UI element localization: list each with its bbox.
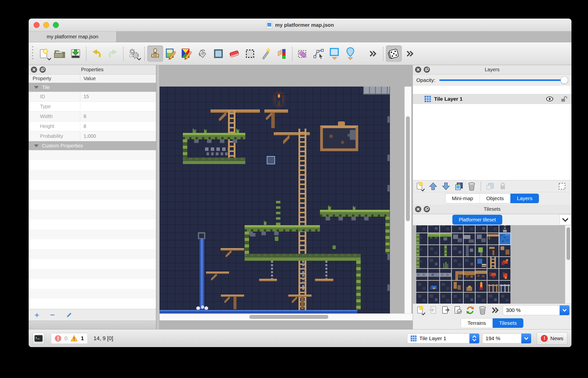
tileset-tile-chain-t[interactable] bbox=[499, 225, 510, 233]
tileset-tile-db2[interactable] bbox=[487, 293, 499, 304]
edit-polygons-tool[interactable] bbox=[311, 46, 327, 62]
edit-tileset-button[interactable] bbox=[452, 305, 464, 316]
tileset-tab-terrains[interactable]: Terrains bbox=[461, 318, 493, 328]
stamp-brush-tool[interactable] bbox=[147, 46, 163, 62]
property-row-type[interactable]: Type bbox=[29, 102, 156, 112]
tileset-tile-dirt[interactable] bbox=[464, 269, 475, 280]
minimize-window-button[interactable] bbox=[43, 22, 49, 28]
map-vertical-scrollbar[interactable] bbox=[404, 87, 411, 313]
undo-button[interactable] bbox=[89, 46, 105, 62]
tileset-tile-dirt2[interactable] bbox=[452, 281, 463, 292]
tileset-tile-db2[interactable] bbox=[464, 257, 475, 268]
map-horizontal-scrollbar[interactable] bbox=[160, 313, 413, 320]
properties-float-icon[interactable] bbox=[39, 66, 46, 73]
highlight-current-layer-button[interactable] bbox=[556, 181, 568, 192]
delete-layer-button[interactable] bbox=[466, 181, 478, 192]
tileset-scrollbar[interactable] bbox=[565, 225, 571, 304]
property-row-probability[interactable]: Probability1,000 bbox=[29, 131, 156, 141]
delete-tileset-button[interactable] bbox=[477, 305, 488, 316]
toolbar-overflow-button[interactable] bbox=[365, 46, 380, 62]
tileset-tile-db[interactable] bbox=[476, 293, 487, 304]
tileset-tile-db[interactable] bbox=[416, 281, 427, 292]
tilesets-close-icon[interactable] bbox=[415, 206, 421, 213]
opacity-slider-knob[interactable] bbox=[561, 76, 568, 84]
add-property-button[interactable]: + bbox=[35, 311, 39, 319]
layer-row-tile-layer-1[interactable]: Tile Layer 1 bbox=[413, 94, 571, 104]
property-row-height[interactable]: Height8 bbox=[29, 121, 156, 131]
tileset-tile-db[interactable] bbox=[440, 293, 451, 304]
edit-property-button[interactable] bbox=[65, 311, 73, 319]
select-objects-tool[interactable] bbox=[295, 46, 311, 62]
dock-tab-mini-map[interactable]: Mini-map bbox=[445, 194, 480, 203]
tileset-tile-db[interactable] bbox=[440, 281, 451, 292]
close-window-button[interactable] bbox=[34, 22, 40, 28]
tilesets-float-icon[interactable] bbox=[423, 206, 430, 213]
tileset-tile-db[interactable] bbox=[452, 257, 463, 268]
section-header-custom-properties[interactable]: Custom Properties bbox=[29, 141, 156, 150]
tileset-tile-st-row2[interactable] bbox=[428, 269, 439, 280]
bucket-fill-tool[interactable] bbox=[195, 46, 210, 62]
tileset-tile-db2[interactable] bbox=[428, 293, 439, 304]
tileset-tile-g-edge[interactable] bbox=[416, 257, 427, 268]
tileset-tile-db2[interactable] bbox=[452, 245, 463, 256]
tileset-tile-wood-d[interactable] bbox=[487, 245, 499, 256]
tileset-tile-g-top[interactable] bbox=[428, 233, 439, 244]
tileset-tile-db[interactable] bbox=[452, 293, 463, 304]
map-vscroll-thumb[interactable] bbox=[406, 116, 410, 221]
map-feature-cursor[interactable] bbox=[267, 156, 275, 164]
tileset-tile-db[interactable] bbox=[440, 225, 451, 233]
magic-wand-tool[interactable] bbox=[258, 46, 274, 62]
layers-close-icon[interactable] bbox=[415, 66, 421, 73]
tileset-tile-g-edge[interactable] bbox=[416, 233, 427, 244]
tileset-tile-db[interactable] bbox=[487, 225, 499, 233]
insert-point-tool[interactable] bbox=[342, 46, 358, 62]
tileset-tile-wood-t[interactable] bbox=[487, 233, 499, 244]
insert-rectangle-tool[interactable] bbox=[327, 46, 342, 62]
overflow-button[interactable] bbox=[489, 305, 501, 316]
tileset-tile-blue-cr[interactable] bbox=[428, 281, 439, 292]
tileset-tile-critter3[interactable] bbox=[499, 269, 510, 280]
toolbar-drag-handle[interactable] bbox=[31, 46, 35, 61]
dock-tab-layers[interactable]: Layers bbox=[510, 194, 539, 203]
tileset-tile-g-block[interactable] bbox=[476, 245, 487, 256]
layer-stepper-icon[interactable] bbox=[469, 333, 479, 343]
zoom-chevron-icon[interactable] bbox=[521, 333, 531, 343]
tab-my-platformer-map[interactable]: my platformer map.json bbox=[29, 31, 117, 42]
tileset-tile-db2[interactable] bbox=[464, 293, 475, 304]
zoom-window-button[interactable] bbox=[53, 22, 59, 28]
map-hscroll-thumb[interactable] bbox=[249, 315, 328, 319]
tileset-tile-g-col[interactable] bbox=[440, 245, 451, 256]
random-mode-toggle[interactable] bbox=[386, 46, 402, 62]
tileset-tile-critter1[interactable] bbox=[499, 257, 510, 268]
tileset-grid[interactable] bbox=[413, 225, 571, 304]
automapping-button[interactable] bbox=[126, 46, 142, 62]
views-overflow-button[interactable] bbox=[402, 46, 418, 62]
tileset-tile-st[interactable] bbox=[476, 233, 487, 244]
tileset-tile-fence-b[interactable] bbox=[487, 281, 499, 292]
tileset-tile-st[interactable] bbox=[452, 233, 463, 244]
tileset-tile-db2[interactable] bbox=[428, 257, 439, 268]
tileset-tab-platformer[interactable]: Platformer tileset bbox=[452, 215, 502, 225]
zoom-combo[interactable]: 194 % bbox=[482, 333, 531, 343]
lock-layers-button[interactable] bbox=[497, 181, 509, 192]
tileset-tile-critter2[interactable] bbox=[487, 269, 499, 280]
embed-tileset-button[interactable] bbox=[427, 305, 439, 316]
tileset-list-chevron-icon[interactable] bbox=[560, 214, 571, 225]
tileset-tile-blob[interactable] bbox=[464, 281, 475, 292]
tileset-scroll-thumb[interactable] bbox=[567, 227, 570, 260]
dock-tab-objects[interactable]: Objects bbox=[480, 194, 510, 203]
duplicate-layer-button[interactable] bbox=[453, 181, 465, 192]
shape-fill-tool[interactable] bbox=[210, 46, 226, 62]
open-button[interactable] bbox=[52, 46, 68, 62]
toggle-other-layers-button[interactable] bbox=[484, 181, 496, 192]
tileset-tile-g-top2[interactable] bbox=[440, 233, 451, 244]
new-map-button[interactable] bbox=[36, 46, 52, 62]
tileset-tile-st-row[interactable] bbox=[416, 269, 427, 280]
panel-splitter[interactable] bbox=[156, 65, 160, 329]
tileset-zoom-chevron-icon[interactable] bbox=[560, 305, 569, 315]
tileset-tile-db2[interactable] bbox=[428, 225, 439, 233]
tileset-tile-st3[interactable] bbox=[464, 245, 475, 256]
new-layer-button[interactable] bbox=[414, 181, 426, 192]
layers-float-icon[interactable] bbox=[423, 66, 430, 73]
save-button[interactable] bbox=[68, 46, 84, 62]
